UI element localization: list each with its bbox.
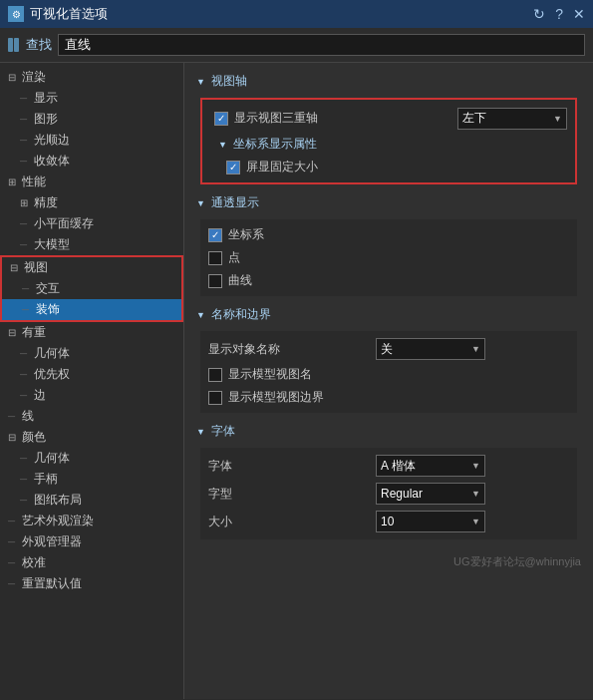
transparency-coord-checkbox[interactable] xyxy=(208,228,222,242)
show-object-name-value: 关 xyxy=(381,341,393,358)
show-axis-label: 显示视图三重轴 xyxy=(234,110,318,127)
tree-toggle-color[interactable]: ⊟ xyxy=(8,432,18,443)
tree-item-selection[interactable]: ⊟有重 xyxy=(0,322,183,343)
show-axis-checkbox-row: 显示视图三重轴 xyxy=(210,107,449,130)
font-header: ▼ 字体 xyxy=(192,419,585,444)
font-size-row: 大小 10 ▼ xyxy=(204,508,573,535)
tree-item-reset[interactable]: ─重置默认值 xyxy=(0,573,183,594)
tree-item-large_model[interactable]: ─大模型 xyxy=(0,234,183,255)
tree-label-small_surface: 小平面缓存 xyxy=(34,215,94,232)
transparency-box: 坐标系 点 曲线 xyxy=(200,219,577,296)
tree-item-perf[interactable]: ⊞性能 xyxy=(0,172,183,192)
tree-item-interact[interactable]: ─交互 xyxy=(2,278,181,299)
search-bar: 查找 xyxy=(0,28,593,63)
left-panel: ⊟渲染─显示─图形─光顺边─收敛体⊞性能⊞精度─小平面缓存─大模型⊟视图─交互─… xyxy=(0,63,184,699)
font-style-value: Regular xyxy=(381,487,423,501)
app-icon: ⚙ xyxy=(8,6,24,22)
close-button[interactable]: ✕ xyxy=(573,6,585,22)
show-object-name-dropdown[interactable]: 关 ▼ xyxy=(376,338,485,360)
tree-label-geo2: 几何体 xyxy=(34,450,70,467)
tree-toggle-view[interactable]: ⊟ xyxy=(10,262,20,273)
transparency-curve-checkbox[interactable] xyxy=(208,274,222,288)
font-size-dropdown[interactable]: 10 ▼ xyxy=(376,511,485,532)
tree-item-handle[interactable]: ─手柄 xyxy=(0,469,183,490)
tree-item-convergence[interactable]: ─收敛体 xyxy=(0,151,183,172)
transparency-point-checkbox[interactable] xyxy=(208,251,222,265)
tree-item-priority[interactable]: ─优先权 xyxy=(0,364,183,385)
name-border-box: 显示对象名称 关 ▼ 显示模型视图名 显示模型视图边界 xyxy=(200,331,577,413)
axis-position-arrow: ▼ xyxy=(553,114,562,124)
coord-arrow: ▼ xyxy=(218,140,227,150)
tree-label-display: 显示 xyxy=(34,90,58,107)
fixed-size-row: 屏显固定大小 xyxy=(206,156,571,178)
transparency-coord-row: 坐标系 xyxy=(204,223,573,246)
transparency-curve-label: 曲线 xyxy=(228,272,252,289)
view-axis-arrow: ▼ xyxy=(196,77,205,87)
tree-item-small_surface[interactable]: ─小平面缓存 xyxy=(0,213,183,234)
search-input[interactable] xyxy=(58,34,585,56)
tree-item-shape[interactable]: ─图形 xyxy=(0,109,183,130)
title-bar: ⚙ 可视化首选项 ↻ ? ✕ xyxy=(0,0,593,28)
tree-label-edge: 边 xyxy=(34,387,46,404)
watermark-area: UG爱好者论坛@whinnyjia xyxy=(184,545,593,577)
tree-toggle-render[interactable]: ⊟ xyxy=(8,72,18,83)
tree-item-edge[interactable]: ─边 xyxy=(0,385,183,406)
right-panel: ▼ 视图轴 显示视图三重轴 左下 ▼ ▼ 坐标系显示属性 xyxy=(184,63,593,699)
transparency-curve-row: 曲线 xyxy=(204,269,573,292)
tree-label-geometry: 几何体 xyxy=(34,345,70,362)
fixed-size-checkbox[interactable] xyxy=(226,161,240,175)
tree-toggle-perf[interactable]: ⊞ xyxy=(8,176,18,187)
tree-label-selection: 有重 xyxy=(22,324,46,341)
transparency-point-label: 点 xyxy=(228,249,240,266)
font-style-dropdown[interactable]: Regular ▼ xyxy=(376,483,485,505)
tree-item-geo2[interactable]: ─几何体 xyxy=(0,448,183,469)
search-icon-box: 查找 xyxy=(8,36,52,54)
tree-label-interact: 交互 xyxy=(36,280,60,297)
tree-item-smooth[interactable]: ─光顺边 xyxy=(0,130,183,151)
tree-item-decor[interactable]: ─装饰 xyxy=(2,299,181,320)
view-axis-title: 视图轴 xyxy=(211,73,247,90)
svg-rect-1 xyxy=(14,38,19,52)
tree-item-geometry[interactable]: ─几何体 xyxy=(0,343,183,364)
tree-item-display[interactable]: ─显示 xyxy=(0,88,183,109)
view-axis-header: ▼ 视图轴 xyxy=(192,69,585,94)
tree-item-precision[interactable]: ⊞精度 xyxy=(0,192,183,213)
title-bar-left: ⚙ 可视化首选项 xyxy=(8,5,108,23)
tree-item-view[interactable]: ⊟视图 xyxy=(2,257,181,278)
font-family-row: 字体 A 楷体 ▼ xyxy=(204,452,573,480)
tree-label-precision: 精度 xyxy=(34,194,58,211)
watermark: UG爱好者论坛@whinnyjia xyxy=(453,554,581,569)
model-view-border-label: 显示模型视图边界 xyxy=(228,389,324,406)
help-button[interactable]: ? xyxy=(555,6,563,22)
tree-label-render: 渲染 xyxy=(22,69,46,86)
tree-item-render[interactable]: ⊟渲染 xyxy=(0,67,183,88)
tree-label-smooth: 光顺边 xyxy=(34,132,70,149)
model-view-name-checkbox[interactable] xyxy=(208,368,222,382)
window-title: 可视化首选项 xyxy=(30,5,108,23)
tree-label-priority: 优先权 xyxy=(34,366,70,383)
font-size-value: 10 xyxy=(381,515,394,528)
show-axis-checkbox[interactable] xyxy=(214,112,228,126)
transparency-header: ▼ 通透显示 xyxy=(192,190,585,215)
axis-position-value: 左下 xyxy=(462,110,486,127)
tree-label-decor: 装饰 xyxy=(36,301,60,318)
tree-item-drawing[interactable]: ─图纸布局 xyxy=(0,490,183,511)
fixed-size-label: 屏显固定大小 xyxy=(246,159,318,175)
refresh-button[interactable]: ↻ xyxy=(533,6,545,22)
tree-toggle-precision[interactable]: ⊞ xyxy=(20,197,30,208)
tree-item-art_render[interactable]: ─艺术外观渲染 xyxy=(0,511,183,531)
tree-label-handle: 手柄 xyxy=(34,471,58,488)
tree-label-calibrate: 校准 xyxy=(22,554,46,571)
font-box: 字体 A 楷体 ▼ 字型 Regular ▼ 大小 10 xyxy=(200,448,577,539)
tree-label-line: 线 xyxy=(22,408,34,425)
font-family-dropdown[interactable]: A 楷体 ▼ xyxy=(376,455,485,477)
tree-toggle-selection[interactable]: ⊟ xyxy=(8,327,18,338)
tree-item-calibrate[interactable]: ─校准 xyxy=(0,552,183,573)
axis-position-dropdown[interactable]: 左下 ▼ xyxy=(457,108,567,130)
tree-label-color: 颜色 xyxy=(22,429,46,446)
tree-item-color[interactable]: ⊟颜色 xyxy=(0,427,183,448)
tree-label-shape: 图形 xyxy=(34,111,58,128)
model-view-border-checkbox[interactable] xyxy=(208,391,222,405)
tree-item-appearance[interactable]: ─外观管理器 xyxy=(0,531,183,552)
tree-item-line[interactable]: ─线 xyxy=(0,406,183,427)
